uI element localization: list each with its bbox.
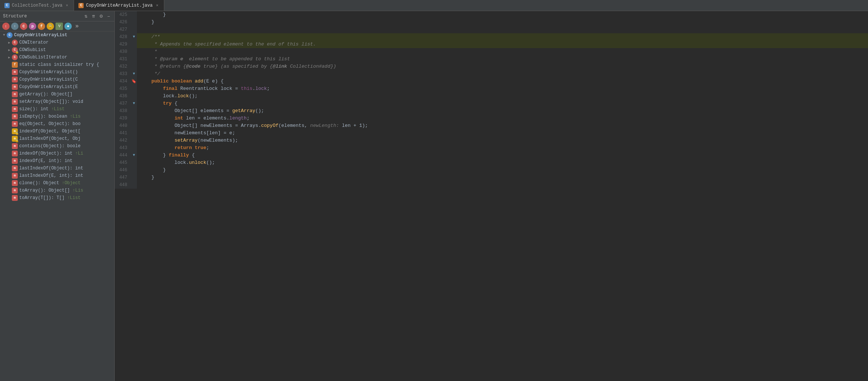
sidebar-toolbar: ⇅ ⇈ ⚙ – [83, 13, 111, 20]
tree-item-cowsublistiterator[interactable]: ▶ C COWSubListIterator [0, 54, 114, 61]
fold-429 [131, 41, 137, 48]
tree-badge-li3: m [12, 173, 18, 179]
sidebar-tree: ▼ C CopyOnWriteArrayList ▶ C COWIterator… [0, 31, 114, 381]
filter-f-btn[interactable]: f [38, 23, 45, 30]
tree-label-c1: CopyOnWriteArrayList() [19, 70, 113, 75]
line-num-427: 427 [115, 26, 131, 33]
code-scroll[interactable]: 425 } 426 } 427 [115, 11, 868, 381]
fold-445 [131, 159, 137, 166]
line-content-426: } [137, 18, 868, 26]
fold-428[interactable]: ▼ [131, 33, 137, 41]
line-num-426: 426 [115, 18, 131, 26]
tree-label-c2: CopyOnWriteArrayList(C [19, 77, 113, 82]
line-content-438: Object[] elements = getArray(); [137, 107, 868, 115]
fold-433[interactable]: ▼ [131, 70, 137, 78]
tree-item-isempty[interactable]: m isEmpty(): boolean ↑Lis [0, 113, 114, 120]
tree-item-lastindexof3[interactable]: m lastIndexOf(E, int): int [0, 172, 114, 179]
fold-443 [131, 144, 137, 152]
tree-item-toarray1[interactable]: m toArray(): Object[] ↑Lis [0, 187, 114, 194]
tree-item-static-init[interactable]: f static class initializer try { [0, 61, 114, 68]
line-content-428: /** [137, 33, 868, 41]
tree-label-ta2: toArray(T[]): T[] ↑List [19, 195, 113, 200]
fold-437[interactable]: ▼ [131, 100, 137, 107]
sort-asc-button[interactable]: ⇅ [83, 13, 88, 20]
tree-item-cowsublist[interactable]: ▶ C 🔒 COWSubList [0, 46, 114, 54]
tree-badge-isempty: m [12, 114, 18, 119]
line-content-432: * @return {@code true} (as specified by … [137, 63, 868, 70]
tree-item-size[interactable]: m size(): int ↑List [0, 105, 114, 113]
tree-item-root[interactable]: ▼ C CopyOnWriteArrayList [0, 31, 114, 39]
line-num-437: 437 [115, 100, 131, 107]
tree-badge-c2: m [12, 77, 18, 82]
tree-item-getarray[interactable]: m getArray(): Object[] [0, 91, 114, 98]
tree-item-constructor1[interactable]: m CopyOnWriteArrayList() [0, 68, 114, 76]
filter-red-btn[interactable]: ↕ [2, 23, 10, 30]
tree-label-cowiterator: COWIterator [19, 40, 113, 45]
tree-item-indexof3[interactable]: m indexOf(E, int): int [0, 157, 114, 165]
settings-button[interactable]: ⚙ [98, 13, 104, 20]
tree-item-constructor3[interactable]: m CopyOnWriteArrayList(E [0, 83, 114, 91]
fold-440 [131, 122, 137, 129]
tree-arrow-cowiterator: ▶ [7, 40, 12, 45]
filter-fork-btn[interactable]: ⑂ [55, 23, 63, 30]
filter-lock-btn[interactable]: 🔒 [47, 23, 54, 30]
tree-badge-size: m [12, 106, 18, 112]
tab-copy-on-write[interactable]: C CopyOnWriteArrayList.java × [74, 0, 164, 11]
tree-arrow-ta1 [7, 188, 12, 193]
tree-item-toarray2[interactable]: m toArray(T[]): T[] ↑List [0, 194, 114, 202]
tree-label-clone: clone(): Object ↑Object [19, 181, 113, 186]
tree-arrow-cowsublistiterator: ▶ [7, 55, 12, 60]
fold-438 [131, 107, 137, 115]
filter-sort-btn[interactable]: ↕ [11, 23, 18, 30]
line-content-433: */ [137, 70, 868, 78]
tree-arrow-li1 [7, 136, 12, 141]
fold-444[interactable]: ▼ [131, 152, 137, 159]
tree-arrow-c3 [7, 84, 12, 90]
line-content-431: * @param e element to be appended to thi… [137, 55, 868, 63]
tab-label-collection-test: CollectionTest.java [12, 3, 63, 8]
tree-label-io2: indexOf(Object): int ↑Li [19, 151, 113, 156]
code-line-427: 427 [115, 26, 868, 33]
tree-arrow-isempty [7, 114, 12, 119]
tab-close-copy-on-write[interactable]: × [155, 3, 159, 8]
fold-436 [131, 92, 137, 100]
tab-collection-test[interactable]: C CollectionTest.java × [0, 0, 74, 11]
line-num-433: 433 [115, 70, 131, 78]
tree-arrow-root: ▼ [1, 33, 7, 38]
line-num-429: 429 [115, 41, 131, 48]
tree-badge-io2: m [12, 151, 18, 156]
tree-item-contains[interactable]: m contains(Object): boole [0, 142, 114, 150]
filter-circle-btn[interactable]: ● [64, 23, 72, 30]
tree-item-lastindexof2[interactable]: m lastIndexOf(Object): int [0, 165, 114, 172]
tree-item-indexof1[interactable]: m🔒 indexOf(Object, Object[ [0, 128, 114, 135]
code-line-436: 436 lock.lock(); [115, 92, 868, 100]
tree-arrow-ta2 [7, 195, 12, 200]
tree-badge-cowsublistiterator: C [12, 54, 18, 60]
tree-badge-cowiterator: C [12, 40, 18, 45]
line-num-445: 445 [115, 159, 131, 166]
tree-label-ta1: toArray(): Object[] ↑Lis [19, 188, 113, 193]
line-content-430: * [137, 48, 868, 55]
tree-item-clone[interactable]: m clone(): Object ↑Object [0, 179, 114, 187]
tree-item-constructor2[interactable]: m CopyOnWriteArrayList(C [0, 76, 114, 83]
tree-arrow-size [7, 107, 12, 112]
close-sidebar-button[interactable]: – [106, 13, 111, 20]
tree-item-indexof2[interactable]: m indexOf(Object): int ↑Li [0, 150, 114, 157]
tree-item-lastindexof1[interactable]: m🔒 lastIndexOf(Object, Obj [0, 135, 114, 142]
filter-p-btn[interactable]: p [29, 23, 36, 30]
collapse-all-button[interactable]: ⇈ [91, 13, 96, 20]
filter-c-btn[interactable]: C [20, 23, 27, 30]
tree-arrow-contains [7, 144, 12, 149]
sidebar-title: Structure [3, 14, 83, 19]
tree-badge-io3: m [12, 158, 18, 164]
code-line-437: 437 ▼ try { [115, 100, 868, 107]
tree-label-contains: contains(Object): boole [19, 144, 113, 149]
tree-item-setarray[interactable]: m setArray(Object[]): void [0, 98, 114, 105]
filter-more-btn[interactable]: » [73, 23, 81, 30]
tree-item-cowiterator[interactable]: ▶ C COWIterator [0, 39, 114, 46]
code-line-432: 432 * @return {@code true} (as specified… [115, 63, 868, 70]
line-content-447: } [137, 174, 868, 181]
tab-close-collection-test[interactable]: × [65, 3, 70, 8]
code-line-445: 445 lock.unlock(); [115, 159, 868, 166]
tree-item-eq[interactable]: m eq(Object, Object): boo [0, 120, 114, 128]
